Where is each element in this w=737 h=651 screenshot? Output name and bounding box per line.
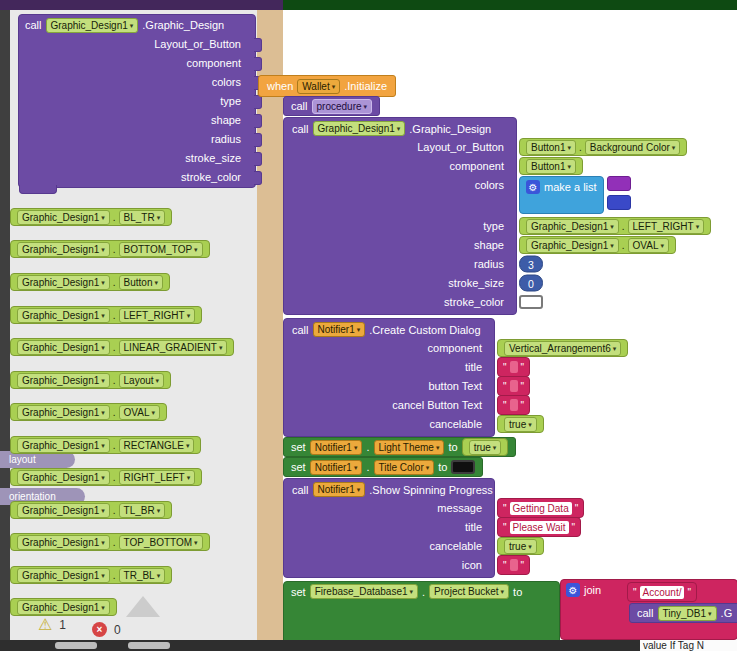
component-dropdown[interactable]: Graphic_Design1▾	[17, 340, 110, 355]
logic-dropdown[interactable]: true▾	[469, 440, 502, 455]
component-block[interactable]: Graphic_Design1▾	[10, 598, 117, 616]
color-block-blue[interactable]	[607, 195, 631, 210]
warning-counter[interactable]: ⚠ 1	[38, 616, 66, 634]
color-block-purple[interactable]	[607, 176, 631, 191]
property-dropdown[interactable]: TR_BL▾	[119, 568, 166, 583]
component-dropdown[interactable]: Graphic_Design1▾	[17, 470, 110, 485]
property-dropdown[interactable]: Project Bucket▾	[429, 584, 509, 599]
component-dropdown[interactable]: Graphic_Design1▾	[17, 535, 110, 550]
component-dropdown[interactable]: Graphic_Design1▾	[17, 275, 110, 290]
getter-block[interactable]: Graphic_Design1▾ . RIGHT_LEFT▾	[10, 468, 202, 486]
component-dropdown[interactable]: Graphic_Design1▾	[17, 503, 110, 518]
getter-block[interactable]: Graphic_Design1▾ . BL_TR▾	[10, 208, 172, 226]
property-dropdown[interactable]: RIGHT_LEFT▾	[119, 470, 196, 485]
flyout-call-graphic-design-block[interactable]: call Graphic_Design1 ▾ .Graphic_Design L…	[18, 14, 256, 188]
getter-block[interactable]: Graphic_Design1▾ . TL_BR▾	[10, 501, 172, 519]
string-field[interactable]	[510, 559, 518, 571]
logic-dropdown[interactable]: true▾	[504, 417, 537, 432]
component-dropdown[interactable]: Button1▾	[526, 140, 576, 155]
property-dropdown[interactable]: RECTANGLE▾	[119, 438, 195, 453]
true-block[interactable]: true▾	[497, 415, 544, 433]
scrollbar-thumb[interactable]	[55, 642, 97, 649]
getter-block[interactable]: Graphic_Design1▾ . OVAL▾	[10, 403, 167, 421]
component-dropdown[interactable]: Vertical_Arrangement6▾	[504, 341, 621, 356]
property-dropdown[interactable]: OVAL▾	[628, 238, 669, 253]
component-dropdown[interactable]: Graphic_Design1▾	[17, 210, 110, 225]
getter-block[interactable]: Graphic_Design1▾ . RECTANGLE▾	[10, 436, 201, 454]
component-button1-block[interactable]: Button1▾	[519, 157, 583, 175]
component-dropdown[interactable]: Graphic_Design1▾	[17, 568, 110, 583]
empty-string-block[interactable]: " "	[497, 555, 530, 575]
string-block-please-wait[interactable]: " Please Wait "	[497, 517, 581, 537]
color-block-white[interactable]	[519, 295, 543, 309]
component-dropdown[interactable]: Notifier1 ▾	[313, 322, 366, 337]
getter-block[interactable]: Graphic_Design1▾ . TOP_BOTTOM▾	[10, 533, 210, 551]
property-dropdown[interactable]: LEFT_RIGHT▾	[628, 219, 705, 234]
make-a-list-block[interactable]: ⚙ make a list	[519, 176, 631, 214]
property-dropdown[interactable]: TL_BR▾	[119, 503, 166, 518]
component-dropdown[interactable]: Graphic_Design1▾	[17, 405, 110, 420]
property-dropdown[interactable]: BOTTOM_TOP▾	[119, 242, 203, 257]
string-field[interactable]	[510, 380, 518, 392]
empty-string-block[interactable]: " "	[497, 357, 530, 377]
true-block[interactable]: true▾	[462, 438, 509, 456]
string-block-account[interactable]: " Account/ "	[627, 582, 697, 602]
getter-block[interactable]: Graphic_Design1▾ . Layout▾	[10, 371, 171, 389]
component-dropdown[interactable]: Graphic_Design1▾	[17, 600, 110, 615]
component-dropdown[interactable]: Button1▾	[526, 159, 576, 174]
component-dropdown[interactable]: Wallet ▾	[297, 79, 340, 94]
getter-block[interactable]: Graphic_Design1▾ . Button▾	[10, 273, 170, 291]
property-dropdown[interactable]: BL_TR▾	[119, 210, 166, 225]
component-dropdown[interactable]: Graphic_Design1▾	[526, 219, 619, 234]
getter-oval-block[interactable]: Graphic_Design1▾ . OVAL▾	[519, 236, 676, 254]
component-dropdown[interactable]: Graphic_Design1▾	[17, 308, 110, 323]
set-notifier-light-theme-block[interactable]: set Notifier1▾ . Light Theme▾ to true▾	[283, 437, 516, 457]
property-dropdown[interactable]: LINEAR_GRADIENT▾	[119, 340, 228, 355]
string-field[interactable]: Account/	[640, 586, 685, 599]
property-dropdown[interactable]: Title Color▾	[374, 460, 435, 475]
component-dropdown[interactable]: Firebase_Database1▾	[310, 584, 418, 599]
gear-icon[interactable]: ⚙	[526, 180, 540, 194]
getter-left-right-block[interactable]: Graphic_Design1▾ . LEFT_RIGHT▾	[519, 217, 711, 235]
property-dropdown[interactable]: OVAL▾	[119, 405, 160, 420]
scrollbar-thumb[interactable]	[128, 642, 170, 649]
component-dropdown[interactable]: Notifier1 ▾	[313, 482, 366, 497]
call-procedure-block[interactable]: call procedure ▾	[283, 96, 380, 116]
true-block[interactable]: true▾	[497, 537, 544, 555]
when-wallet-initialize-block[interactable]: when Wallet ▾ .Initialize	[258, 75, 396, 97]
string-field[interactable]: Please Wait	[510, 521, 569, 534]
getter-block[interactable]: Graphic_Design1▾ . LEFT_RIGHT▾	[10, 306, 202, 324]
number-block[interactable]: 0	[519, 275, 543, 292]
component-dropdown[interactable]: Tiny_DB1▾	[658, 606, 717, 621]
getter-block[interactable]: Graphic_Design1▾ . LINEAR_GRADIENT▾	[10, 338, 234, 356]
empty-string-block[interactable]: " "	[497, 376, 530, 396]
call-create-custom-dialog-block[interactable]: call Notifier1 ▾ .Create Custom Dialog c…	[283, 318, 495, 437]
join-block[interactable]: ⚙ join " Account/ " call Tiny_DB1▾ .G	[560, 579, 737, 640]
gear-icon[interactable]: ⚙	[566, 583, 580, 597]
property-dropdown[interactable]: LEFT_RIGHT▾	[119, 308, 196, 323]
string-field[interactable]: Getting Data	[510, 502, 572, 515]
component-dropdown[interactable]: Notifier1▾	[310, 460, 363, 475]
string-field[interactable]	[510, 361, 518, 373]
set-notifier-title-color-block[interactable]: set Notifier1▾ . Title Color▾ to	[283, 457, 483, 477]
getter-button-background-color-block[interactable]: Button1▾ . Background Color▾	[519, 138, 687, 156]
number-block[interactable]: 3	[519, 256, 543, 273]
property-dropdown[interactable]: Button▾	[119, 275, 163, 290]
error-counter[interactable]: × 0	[92, 622, 121, 637]
component-dropdown[interactable]: Graphic_Design1 ▾	[46, 18, 139, 33]
call-graphic-design-block[interactable]: call Graphic_Design1 ▾ .Graphic_Design L…	[283, 117, 517, 315]
color-block-black[interactable]	[451, 460, 475, 474]
property-dropdown[interactable]: Light Theme▾	[374, 440, 445, 455]
property-dropdown[interactable]: Layout▾	[119, 373, 165, 388]
getter-block[interactable]: Graphic_Design1▾ . BOTTOM_TOP▾	[10, 240, 210, 258]
property-dropdown[interactable]: Background Color▾	[585, 140, 681, 155]
component-dropdown[interactable]: Notifier1▾	[310, 440, 363, 455]
call-tinydb-block[interactable]: call Tiny_DB1▾ .G	[629, 603, 737, 623]
getter-block[interactable]: Graphic_Design1▾ . TR_BL▾	[10, 566, 172, 584]
component-dropdown[interactable]: Graphic_Design1▾	[526, 238, 619, 253]
string-field[interactable]	[510, 399, 518, 411]
empty-string-block[interactable]: " "	[497, 395, 530, 415]
component-dropdown[interactable]: Graphic_Design1▾	[17, 438, 110, 453]
component-dropdown[interactable]: Graphic_Design1 ▾	[313, 121, 406, 136]
component-dropdown[interactable]: Graphic_Design1▾	[17, 373, 110, 388]
